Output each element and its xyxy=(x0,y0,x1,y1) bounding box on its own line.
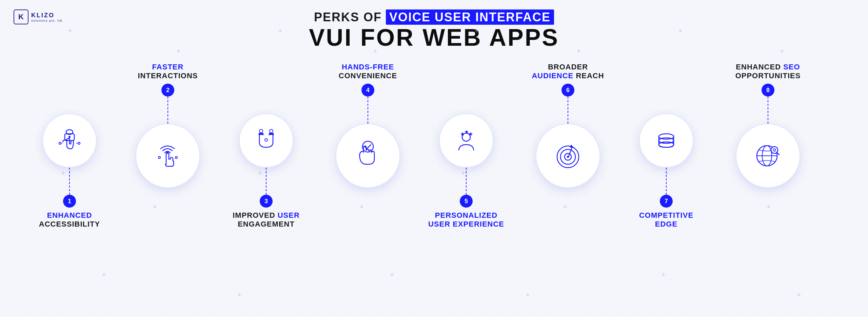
svg-point-9 xyxy=(158,156,160,158)
label-6-line1: BROADER xyxy=(532,63,604,71)
header-title: VUI FOR WEB APPS xyxy=(0,26,868,49)
plus-decoration: + xyxy=(797,291,801,299)
plus-decoration: + xyxy=(576,47,581,55)
plus-decoration: + xyxy=(766,203,771,211)
perk-item-4: HANDS-FREE CONVENIENCE 4 xyxy=(319,59,417,188)
svg-point-6 xyxy=(59,142,61,144)
badge-1: 1 xyxy=(63,195,76,208)
badge-8: 8 xyxy=(762,84,774,97)
hand-check-icon xyxy=(353,141,383,171)
dotted-line-6 xyxy=(568,97,568,124)
plus-decoration: + xyxy=(475,27,479,35)
svg-point-8 xyxy=(166,152,169,154)
perk-item-8: ENHANCED SEO OPPORTUNITIES 8 xyxy=(719,59,817,188)
header-highlight: VOICE USER INTERFACE xyxy=(386,9,554,25)
hand-lock-icon xyxy=(56,127,83,154)
label-1-line1: ENHANCED xyxy=(39,211,100,220)
dotted-line-5 xyxy=(466,168,467,195)
icon-circle-1 xyxy=(42,113,97,168)
svg-point-7 xyxy=(78,142,80,144)
label-2: FASTER INTERACTIONS xyxy=(135,63,201,80)
label-3-line2: ENGAGEMENT xyxy=(233,220,300,229)
plus-decoration: + xyxy=(68,27,72,35)
svg-text:★: ★ xyxy=(468,131,473,137)
svg-point-11 xyxy=(259,129,263,133)
svg-point-2 xyxy=(68,136,71,138)
label-6: BROADER AUDIENCE REACH xyxy=(528,63,607,80)
infographic-row: 1 ENHANCED ACCESSIBILITY FASTER INTERACT… xyxy=(0,52,868,290)
label-8: ENHANCED SEO OPPORTUNITIES xyxy=(732,63,804,80)
plus-decoration: + xyxy=(102,271,106,278)
perk-item-1: 1 ENHANCED ACCESSIBILITY xyxy=(20,113,119,229)
label-5: PERSONALIZED USER EXPERIENCE xyxy=(425,211,508,229)
page-container: K KLIZO solutions pvt. ltd. PERKS OF VOI… xyxy=(0,0,868,317)
badge-2: 2 xyxy=(161,84,174,97)
plus-decoration: + xyxy=(373,47,377,55)
svg-point-10 xyxy=(175,156,177,158)
icon-circle-3 xyxy=(239,113,293,168)
magnet-people-icon xyxy=(253,127,280,154)
badge-7: 7 xyxy=(660,195,673,208)
svg-point-12 xyxy=(270,129,273,133)
perk-item-2: FASTER INTERACTIONS 2 xyxy=(119,59,217,188)
plus-decoration: + xyxy=(258,169,262,177)
label-1-line2: ACCESSIBILITY xyxy=(39,220,100,229)
badge-5: 5 xyxy=(460,195,473,208)
header-prefix: PERKS OF xyxy=(314,10,382,24)
plus-decoration: + xyxy=(390,271,394,278)
target-arrow-icon xyxy=(553,141,583,171)
label-2-line2: INTERACTIONS xyxy=(138,71,198,80)
header-subtitle: PERKS OF VOICE USER INTERFACE xyxy=(0,10,868,24)
icon-circle-2 xyxy=(136,124,200,188)
icon-circle-5: ★ ★ ★ xyxy=(439,113,493,168)
plus-decoration: + xyxy=(526,291,530,299)
plus-decoration: + xyxy=(153,203,157,211)
plus-decoration: + xyxy=(665,169,669,177)
plus-decoration: + xyxy=(678,27,683,35)
icon-circle-7 xyxy=(639,113,693,168)
plus-decoration: + xyxy=(359,203,364,211)
label-2-line1: FASTER xyxy=(138,63,198,71)
plus-decoration: + xyxy=(461,169,466,177)
label-4: HANDS-FREE CONVENIENCE xyxy=(335,63,400,80)
svg-point-13 xyxy=(265,139,268,141)
label-8-line1: ENHANCED SEO xyxy=(735,63,801,71)
icon-circle-6 xyxy=(536,124,600,188)
label-5-line2: USER EXPERIENCE xyxy=(428,220,504,229)
label-6-line2: AUDIENCE REACH xyxy=(532,71,604,80)
page-header: PERKS OF VOICE USER INTERFACE VUI FOR WE… xyxy=(0,10,868,49)
badge-4: 4 xyxy=(361,84,374,97)
plus-decoration: + xyxy=(278,27,282,35)
globe-search-icon xyxy=(753,141,783,171)
coins-stack-icon xyxy=(653,127,680,154)
icon-circle-4 xyxy=(336,124,400,188)
dotted-line-3 xyxy=(266,168,267,195)
perk-item-5: ★ ★ ★ 5 PERSONALIZED USER EXPERIENCE xyxy=(417,113,515,229)
perk-item-6: BROADER AUDIENCE REACH 6 xyxy=(519,59,617,188)
icon-circle-8 xyxy=(736,124,800,188)
label-7-line1: COMPETITIVE xyxy=(639,211,693,220)
plus-decoration: + xyxy=(661,271,666,278)
dotted-line-2 xyxy=(167,97,168,124)
svg-point-26 xyxy=(659,142,674,147)
perk-item-3: 3 IMPROVED USER ENGAGEMENT xyxy=(217,113,315,229)
label-3-line1: IMPROVED USER xyxy=(233,211,300,220)
label-1: ENHANCED ACCESSIBILITY xyxy=(36,211,103,229)
dotted-line-8 xyxy=(768,97,768,124)
label-5-line1: PERSONALIZED xyxy=(428,211,504,220)
label-8-line2: OPPORTUNITIES xyxy=(735,71,801,80)
label-3: IMPROVED USER ENGAGEMENT xyxy=(229,211,303,229)
touch-gesture-icon xyxy=(153,141,183,171)
dotted-line-4 xyxy=(368,97,368,124)
label-4-line1: HANDS-FREE xyxy=(339,63,397,71)
label-7: COMPETITIVE EDGE xyxy=(636,211,697,229)
label-7-line2: EDGE xyxy=(639,220,693,229)
badge-6: 6 xyxy=(561,84,574,97)
badge-3: 3 xyxy=(260,195,273,208)
plus-decoration: + xyxy=(780,47,784,55)
person-stars-icon: ★ ★ ★ xyxy=(453,127,480,154)
plus-decoration: + xyxy=(237,291,242,299)
plus-decoration: + xyxy=(176,47,181,55)
dotted-line-1 xyxy=(69,168,70,195)
label-4-line2: CONVENIENCE xyxy=(339,71,397,80)
